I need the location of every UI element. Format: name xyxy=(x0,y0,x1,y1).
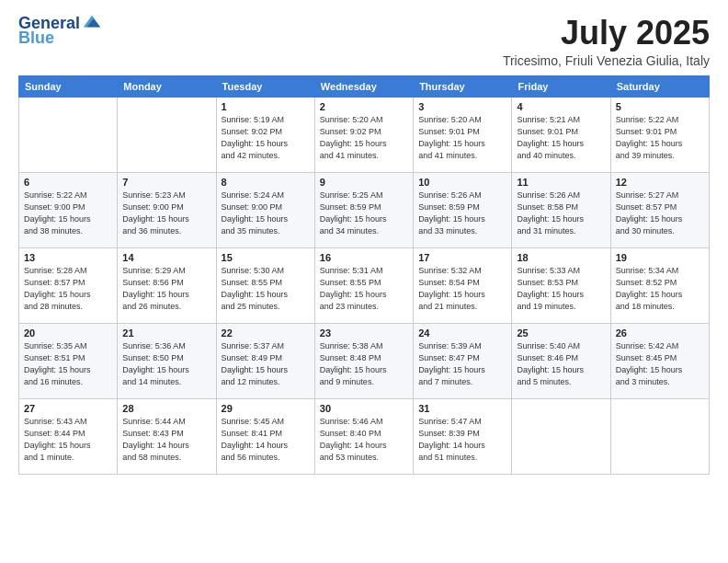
table-row: 22Sunrise: 5:37 AMSunset: 8:49 PMDayligh… xyxy=(216,323,314,398)
col-monday: Monday xyxy=(118,75,216,97)
table-row: 29Sunrise: 5:45 AMSunset: 8:41 PMDayligh… xyxy=(216,398,314,474)
calendar-week-2: 6Sunrise: 5:22 AMSunset: 9:00 PMDaylight… xyxy=(19,172,710,247)
day-number: 27 xyxy=(24,403,112,414)
day-info: Sunrise: 5:30 AMSunset: 8:55 PMDaylight:… xyxy=(222,265,310,313)
calendar-week-4: 20Sunrise: 5:35 AMSunset: 8:51 PMDayligh… xyxy=(19,323,710,398)
calendar-week-5: 27Sunrise: 5:43 AMSunset: 8:44 PMDayligh… xyxy=(19,398,710,474)
day-number: 13 xyxy=(24,252,112,263)
logo: General Blue xyxy=(18,15,102,48)
table-row: 28Sunrise: 5:44 AMSunset: 8:43 PMDayligh… xyxy=(118,398,216,474)
day-info: Sunrise: 5:22 AMSunset: 9:01 PMDaylight:… xyxy=(616,114,704,162)
col-thursday: Thursday xyxy=(414,75,512,97)
table-row: 25Sunrise: 5:40 AMSunset: 8:46 PMDayligh… xyxy=(512,323,610,398)
header: General Blue July 2025 Tricesimo, Friuli… xyxy=(18,15,710,68)
day-info: Sunrise: 5:20 AMSunset: 9:02 PMDaylight:… xyxy=(320,114,408,162)
day-info: Sunrise: 5:40 AMSunset: 8:46 PMDaylight:… xyxy=(517,340,605,388)
calendar-week-1: 1Sunrise: 5:19 AMSunset: 9:02 PMDaylight… xyxy=(19,97,710,172)
table-row: 9Sunrise: 5:25 AMSunset: 8:59 PMDaylight… xyxy=(314,172,413,247)
day-number: 16 xyxy=(320,252,408,263)
day-number: 15 xyxy=(222,252,310,263)
col-saturday: Saturday xyxy=(610,75,709,97)
day-number: 17 xyxy=(418,252,506,263)
day-number: 31 xyxy=(418,403,506,414)
day-info: Sunrise: 5:42 AMSunset: 8:45 PMDaylight:… xyxy=(616,340,704,388)
table-row: 7Sunrise: 5:23 AMSunset: 9:00 PMDaylight… xyxy=(118,172,216,247)
table-row: 1Sunrise: 5:19 AMSunset: 9:02 PMDaylight… xyxy=(216,97,314,172)
day-info: Sunrise: 5:26 AMSunset: 8:59 PMDaylight:… xyxy=(418,190,506,237)
day-number: 20 xyxy=(24,327,112,339)
day-info: Sunrise: 5:39 AMSunset: 8:47 PMDaylight:… xyxy=(418,340,506,388)
day-info: Sunrise: 5:36 AMSunset: 8:50 PMDaylight:… xyxy=(122,340,210,388)
day-info: Sunrise: 5:46 AMSunset: 8:40 PMDaylight:… xyxy=(320,416,408,464)
day-number: 19 xyxy=(616,252,704,263)
day-number: 3 xyxy=(418,101,506,112)
day-info: Sunrise: 5:31 AMSunset: 8:55 PMDaylight:… xyxy=(320,265,408,313)
day-number: 25 xyxy=(517,327,605,339)
table-row: 15Sunrise: 5:30 AMSunset: 8:55 PMDayligh… xyxy=(216,247,314,323)
table-row: 8Sunrise: 5:24 AMSunset: 9:00 PMDaylight… xyxy=(216,172,314,247)
day-number: 11 xyxy=(517,177,605,188)
day-number: 10 xyxy=(418,177,506,188)
table-row: 31Sunrise: 5:47 AMSunset: 8:39 PMDayligh… xyxy=(414,398,512,474)
day-number: 1 xyxy=(222,101,310,112)
day-number: 5 xyxy=(616,101,704,112)
title-block: July 2025 Tricesimo, Friuli Venezia Giul… xyxy=(503,15,710,68)
logo-text-blue: Blue xyxy=(18,29,54,48)
calendar-header-row: Sunday Monday Tuesday Wednesday Thursday… xyxy=(19,75,710,97)
day-info: Sunrise: 5:19 AMSunset: 9:02 PMDaylight:… xyxy=(222,114,310,162)
table-row: 14Sunrise: 5:29 AMSunset: 8:56 PMDayligh… xyxy=(118,247,216,323)
table-row: 23Sunrise: 5:38 AMSunset: 8:48 PMDayligh… xyxy=(314,323,413,398)
table-row: 21Sunrise: 5:36 AMSunset: 8:50 PMDayligh… xyxy=(118,323,216,398)
day-info: Sunrise: 5:29 AMSunset: 8:56 PMDaylight:… xyxy=(122,265,210,313)
day-number: 9 xyxy=(320,177,408,188)
day-number: 29 xyxy=(222,403,310,414)
table-row: 12Sunrise: 5:27 AMSunset: 8:57 PMDayligh… xyxy=(610,172,709,247)
logo-icon xyxy=(82,12,102,32)
day-number: 23 xyxy=(320,327,408,339)
table-row: 10Sunrise: 5:26 AMSunset: 8:59 PMDayligh… xyxy=(414,172,512,247)
day-number: 2 xyxy=(320,101,408,112)
day-number: 24 xyxy=(418,327,506,339)
table-row: 13Sunrise: 5:28 AMSunset: 8:57 PMDayligh… xyxy=(19,247,118,323)
table-row: 26Sunrise: 5:42 AMSunset: 8:45 PMDayligh… xyxy=(610,323,709,398)
day-number: 8 xyxy=(222,177,310,188)
table-row xyxy=(610,398,709,474)
day-number: 18 xyxy=(517,252,605,263)
location-subtitle: Tricesimo, Friuli Venezia Giulia, Italy xyxy=(503,53,710,68)
col-friday: Friday xyxy=(512,75,610,97)
table-row: 5Sunrise: 5:22 AMSunset: 9:01 PMDaylight… xyxy=(610,97,709,172)
calendar-week-3: 13Sunrise: 5:28 AMSunset: 8:57 PMDayligh… xyxy=(19,247,710,323)
table-row: 16Sunrise: 5:31 AMSunset: 8:55 PMDayligh… xyxy=(314,247,413,323)
table-row: 18Sunrise: 5:33 AMSunset: 8:53 PMDayligh… xyxy=(512,247,610,323)
col-tuesday: Tuesday xyxy=(216,75,314,97)
day-info: Sunrise: 5:38 AMSunset: 8:48 PMDaylight:… xyxy=(320,340,408,388)
day-info: Sunrise: 5:47 AMSunset: 8:39 PMDaylight:… xyxy=(418,416,506,464)
table-row: 19Sunrise: 5:34 AMSunset: 8:52 PMDayligh… xyxy=(610,247,709,323)
table-row: 20Sunrise: 5:35 AMSunset: 8:51 PMDayligh… xyxy=(19,323,118,398)
day-number: 21 xyxy=(122,327,210,339)
table-row: 30Sunrise: 5:46 AMSunset: 8:40 PMDayligh… xyxy=(314,398,413,474)
day-info: Sunrise: 5:32 AMSunset: 8:54 PMDaylight:… xyxy=(418,265,506,313)
day-number: 14 xyxy=(122,252,210,263)
day-number: 30 xyxy=(320,403,408,414)
day-info: Sunrise: 5:21 AMSunset: 9:01 PMDaylight:… xyxy=(517,114,605,162)
col-wednesday: Wednesday xyxy=(314,75,413,97)
day-info: Sunrise: 5:26 AMSunset: 8:58 PMDaylight:… xyxy=(517,190,605,237)
day-number: 22 xyxy=(222,327,310,339)
day-info: Sunrise: 5:28 AMSunset: 8:57 PMDaylight:… xyxy=(24,265,112,313)
day-info: Sunrise: 5:23 AMSunset: 9:00 PMDaylight:… xyxy=(122,190,210,237)
day-number: 6 xyxy=(24,177,112,188)
day-info: Sunrise: 5:44 AMSunset: 8:43 PMDaylight:… xyxy=(122,416,210,464)
table-row: 4Sunrise: 5:21 AMSunset: 9:01 PMDaylight… xyxy=(512,97,610,172)
day-info: Sunrise: 5:43 AMSunset: 8:44 PMDaylight:… xyxy=(24,416,112,464)
day-info: Sunrise: 5:33 AMSunset: 8:53 PMDaylight:… xyxy=(517,265,605,313)
table-row: 11Sunrise: 5:26 AMSunset: 8:58 PMDayligh… xyxy=(512,172,610,247)
table-row: 24Sunrise: 5:39 AMSunset: 8:47 PMDayligh… xyxy=(414,323,512,398)
calendar-table: Sunday Monday Tuesday Wednesday Thursday… xyxy=(18,75,710,475)
table-row xyxy=(512,398,610,474)
page: General Blue July 2025 Tricesimo, Friuli… xyxy=(0,0,728,563)
day-number: 28 xyxy=(122,403,210,414)
table-row: 3Sunrise: 5:20 AMSunset: 9:01 PMDaylight… xyxy=(414,97,512,172)
table-row: 17Sunrise: 5:32 AMSunset: 8:54 PMDayligh… xyxy=(414,247,512,323)
day-info: Sunrise: 5:20 AMSunset: 9:01 PMDaylight:… xyxy=(418,114,506,162)
